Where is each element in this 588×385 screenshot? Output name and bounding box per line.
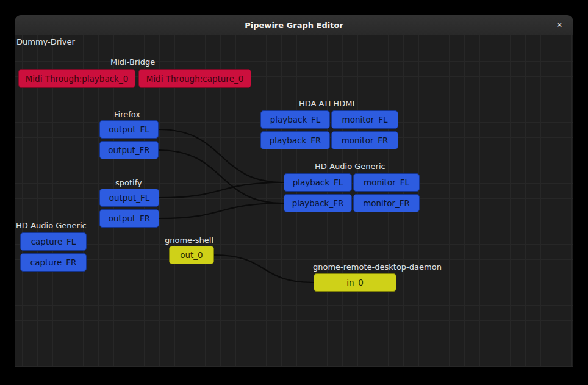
port-hda-ati-hdmi-monitor-fr[interactable]: monitor_FR: [331, 131, 398, 149]
port-spotify-output-fl[interactable]: output_FL: [99, 189, 159, 207]
link-spotify-output-fl-to-hd-audio-generic-sink-playback-fl[interactable]: [159, 182, 284, 198]
link-gnome-shell-out-0-to-gnome-remote-desktop-daemon-in-0[interactable]: [214, 255, 314, 282]
port-hd-audio-generic-sink-playback-fl[interactable]: playback_FL: [284, 173, 352, 192]
port-midi-bridge-midi-through-playback-0[interactable]: Midi Through:playback_0: [18, 69, 135, 88]
link-firefox-output-fr-to-hd-audio-generic-sink-playback-fr[interactable]: [159, 150, 284, 203]
port-spotify-output-fr[interactable]: output_FR: [99, 209, 159, 228]
port-hd-audio-generic-sink-playback-fr[interactable]: playback_FR: [284, 194, 352, 212]
node-title-spotify[interactable]: spotify: [115, 178, 142, 187]
title-bar[interactable]: Pipewire Graph Editor ✕: [15, 15, 573, 35]
port-hd-audio-generic-source-capture-fl[interactable]: capture_FL: [20, 232, 87, 251]
port-hda-ati-hdmi-playback-fl[interactable]: playback_FL: [260, 110, 330, 129]
node-title-gnome-remote-desktop-daemon[interactable]: gnome-remote-desktop-daemon: [313, 262, 442, 272]
port-hd-audio-generic-sink-monitor-fr[interactable]: monitor_FR: [353, 194, 420, 212]
port-hda-ati-hdmi-playback-fr[interactable]: playback_FR: [260, 131, 330, 149]
link-spotify-output-fr-to-hd-audio-generic-sink-playback-fr[interactable]: [159, 203, 284, 218]
port-firefox-output-fr[interactable]: output_FR: [99, 141, 159, 159]
port-hda-ati-hdmi-monitor-fl[interactable]: monitor_FL: [331, 110, 398, 129]
node-title-gnome-shell[interactable]: gnome-shell: [165, 236, 213, 245]
pipewire-graph-editor-window: Pipewire Graph Editor ✕ Dummy-DriverMidi…: [15, 15, 573, 367]
node-title-firefox[interactable]: Firefox: [114, 110, 140, 119]
node-title-hd-audio-generic-sink[interactable]: HD-Audio Generic: [315, 162, 385, 171]
node-title-hda-ati-hdmi[interactable]: HDA ATI HDMI: [299, 99, 354, 108]
port-gnome-shell-out-0[interactable]: out_0: [169, 246, 214, 264]
graph-canvas[interactable]: Dummy-DriverMidi-BridgeMidi Through:play…: [15, 35, 573, 367]
port-midi-bridge-midi-through-capture-0[interactable]: Midi Through:capture_0: [138, 69, 251, 88]
window-title: Pipewire Graph Editor: [245, 21, 343, 30]
port-hd-audio-generic-sink-monitor-fl[interactable]: monitor_FL: [353, 173, 420, 192]
node-title-midi-bridge[interactable]: Midi-Bridge: [110, 57, 155, 67]
close-icon[interactable]: ✕: [550, 15, 568, 34]
port-hd-audio-generic-source-capture-fr[interactable]: capture_FR: [20, 253, 87, 272]
node-title-dummy-driver[interactable]: Dummy-Driver: [16, 37, 75, 46]
port-gnome-remote-desktop-daemon-in-0[interactable]: in_0: [314, 273, 396, 292]
node-title-hd-audio-generic-source[interactable]: HD-Audio Generic: [16, 221, 87, 230]
port-firefox-output-fl[interactable]: output_FL: [99, 120, 159, 139]
